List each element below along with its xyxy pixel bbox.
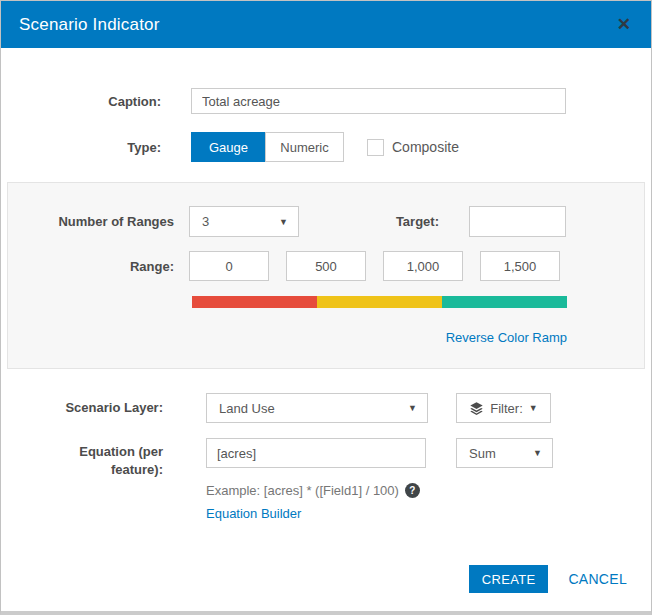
type-label: Type: [1,140,161,155]
number-of-ranges-select[interactable]: 3 ▼ [189,206,299,237]
cancel-button[interactable]: CANCEL [568,571,627,587]
color-ramp [192,296,567,308]
chevron-down-icon: ▼ [529,403,538,413]
chevron-down-icon: ▼ [279,217,288,227]
scenario-layer-row: Scenario Layer: Land Use ▼ Filter: ▼ [1,393,651,423]
number-of-ranges-row: Number of Ranges 3 ▼ Target: [8,206,644,237]
type-row: Type: Gauge Numeric Composite [1,132,651,162]
reverse-row: Reverse Color Ramp [192,328,567,346]
equation-label-line2: feature): [111,462,163,477]
equation-example-text: Example: [acres] * ([Field1] / 100) [206,483,399,498]
equation-input[interactable] [206,438,426,468]
composite-label: Composite [392,139,459,155]
equation-builder-row: Equation Builder [206,504,651,522]
range-label: Range: [8,259,174,274]
range-row: Range: [8,251,644,281]
layers-icon [469,401,484,416]
caption-row: Caption: [1,88,651,114]
type-toggle: Gauge Numeric [191,132,344,162]
ramp-segment-red [192,296,317,308]
equation-example-row: Example: [acres] * ([Field1] / 100) ? [206,483,651,498]
chevron-down-icon: ▼ [533,448,542,458]
chevron-down-icon: ▼ [408,403,417,413]
ramp-segment-yellow [317,296,442,308]
equation-label-line1: Equation (per [79,444,163,459]
range-input-3[interactable] [383,251,463,281]
number-of-ranges-label: Number of Ranges [8,214,174,229]
help-icon[interactable]: ? [405,483,420,498]
number-of-ranges-value: 3 [202,214,209,229]
target-input[interactable] [469,206,566,237]
range-input-2[interactable] [286,251,366,281]
caption-label: Caption: [1,94,161,109]
composite-checkbox[interactable] [367,139,384,156]
scenario-layer-label: Scenario Layer: [1,399,163,417]
equation-label: Equation (per feature): [1,438,163,478]
filter-label: Filter: [490,401,523,416]
create-button[interactable]: CREATE [469,565,549,593]
target-label: Target: [299,214,439,229]
filter-button[interactable]: Filter: ▼ [456,393,551,423]
range-input-4[interactable] [480,251,560,281]
caption-input[interactable] [191,88,566,114]
equation-builder-link[interactable]: Equation Builder [206,506,301,521]
type-option-gauge[interactable]: Gauge [191,132,265,162]
aggregation-select[interactable]: Sum ▼ [456,438,553,468]
aggregation-value: Sum [469,446,496,461]
close-icon[interactable]: ✕ [617,16,631,33]
ramp-segment-teal [442,296,567,308]
scenario-layer-select[interactable]: Land Use ▼ [206,393,428,423]
dialog-title: Scenario Indicator [19,15,160,35]
dialog-header: Scenario Indicator ✕ [1,1,651,48]
dialog-footer: CREATE CANCEL [469,565,627,593]
reverse-color-ramp-link[interactable]: Reverse Color Ramp [446,330,567,345]
equation-row: Equation (per feature): Sum ▼ [1,438,651,478]
type-option-numeric[interactable]: Numeric [265,132,344,162]
ranges-panel: Number of Ranges 3 ▼ Target: Range: Reve… [7,182,645,369]
scenario-indicator-dialog: Scenario Indicator ✕ Caption: Type: Gaug… [0,0,652,615]
scenario-layer-value: Land Use [219,401,275,416]
range-input-1[interactable] [189,251,269,281]
